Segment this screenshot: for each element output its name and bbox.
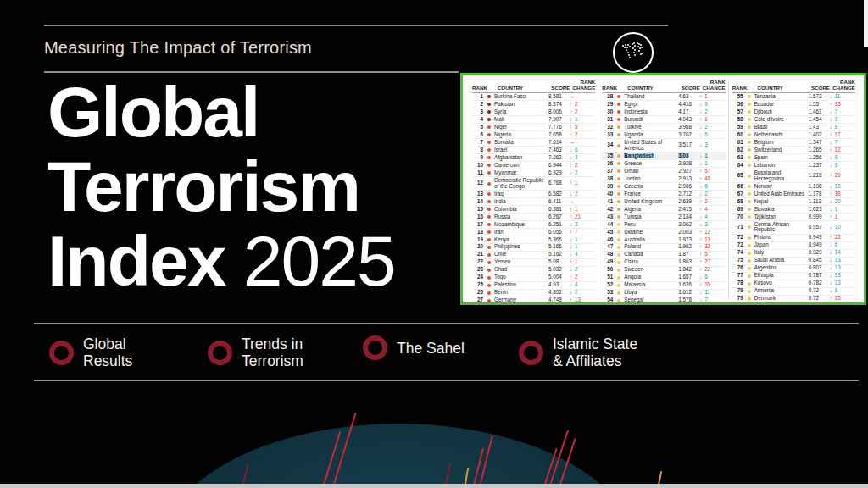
table-row[interactable]: 39Czechia2.906↓6: [602, 182, 725, 190]
table-row[interactable]: 21Chile5.162↓4: [472, 251, 595, 258]
table-row[interactable]: 9Afghanistan7.262↓3: [472, 153, 595, 161]
table-row[interactable]: 50Sweden1.842↑22: [602, 266, 725, 274]
table-row[interactable]: 66Norway1.198↓10: [732, 182, 855, 190]
cell-country: Argentina: [754, 265, 809, 271]
table-row[interactable]: 58Côte d'Ivoire1.454↓9: [732, 115, 855, 123]
cell-rank-change: ↓7: [699, 297, 722, 303]
table-row[interactable]: 46Australia1.973↑13: [602, 236, 725, 243]
table-row[interactable]: 67United Arab Emirates1.178↑18: [732, 190, 855, 197]
cell-rank: 8: [472, 147, 484, 153]
cell-score: 3.03: [678, 153, 699, 159]
cell-rank-change: ↑1: [830, 214, 853, 220]
table-row[interactable]: 52Malaysia1.626↑35: [602, 281, 725, 289]
table-row[interactable]: 63Spain1.256↓8: [732, 153, 855, 161]
table-row[interactable]: 22Yemen5.08↑1: [472, 258, 595, 266]
table-row[interactable]: 36Greece2.928↓1: [602, 159, 725, 167]
table-row[interactable]: 28Thailand4.63↑1: [602, 93, 725, 100]
table-row[interactable]: 53Libya1.612↓11: [602, 289, 725, 297]
table-row[interactable]: 64Lebanon1.237↓6: [732, 161, 855, 169]
table-row[interactable]: 79Armenia0.72↓6: [732, 287, 855, 295]
nav-item-the-sahel[interactable]: The Sahel: [363, 336, 465, 360]
table-row[interactable]: 34United States of America3.517↓3: [602, 138, 725, 152]
table-row[interactable]: 5Niger7.776↑5: [472, 123, 595, 130]
table-row[interactable]: 33Uganda3.702↓6: [602, 130, 725, 138]
table-row[interactable]: 6Nigeria7.658↑2: [472, 130, 595, 138]
table-row[interactable]: 56Ecuador1.55↑33: [732, 100, 855, 108]
cell-country: Finland: [754, 235, 809, 241]
table-row[interactable]: 20Philippines5.166↓1: [472, 243, 595, 251]
impact-level-dot-icon: [484, 164, 494, 167]
table-row[interactable]: 1Burkina Faso8.581↔: [472, 93, 595, 100]
cell-score: 0.787: [809, 273, 830, 279]
globe-logo-icon[interactable]: [611, 30, 655, 75]
table-row[interactable]: 35Bangladesh3.03↓1: [602, 152, 725, 159]
table-row[interactable]: 27Germany4.748↑13: [472, 297, 595, 304]
table-row[interactable]: 62Switzerland1.265↑12: [732, 146, 855, 153]
table-row[interactable]: 7Somalia7.614↔: [472, 138, 595, 146]
table-row[interactable]: 17Mozambique6.251↓2: [472, 220, 595, 228]
table-row[interactable]: 42Algeria2.415↑4: [602, 205, 725, 213]
table-row[interactable]: 25Palestine4.93↓4: [472, 281, 595, 289]
table-row[interactable]: 54Senegal1.578↓7: [602, 297, 725, 304]
table-row[interactable]: 2Pakistan8.374↑2: [472, 100, 595, 108]
table-row[interactable]: 43Tunisia2.184↓4: [602, 213, 725, 220]
table-row[interactable]: 4Mali7.907↓1: [472, 115, 595, 123]
table-row[interactable]: 3Syria8.006↑2: [472, 108, 595, 115]
cell-rank: 9: [472, 155, 484, 161]
table-row[interactable]: 74Italy0.929↓14: [732, 249, 855, 257]
table-row[interactable]: 14India6.411↔: [472, 197, 595, 205]
table-row[interactable]: 40France2.712↓2: [602, 190, 725, 197]
cell-score: 4.043: [678, 117, 699, 123]
table-row[interactable]: 75Saudi Arabia0.845↓13: [732, 257, 855, 264]
table-row[interactable]: 32Turkiye3.968↓2: [602, 123, 725, 130]
table-row[interactable]: 71Central African Republic0.957↓10: [732, 220, 855, 234]
table-row[interactable]: 41United Kingdom2.639↑2: [602, 197, 725, 205]
table-row[interactable]: 48Canada1.87↑5: [602, 251, 725, 258]
table-row[interactable]: 15Colombia6.381↑1: [472, 205, 595, 213]
table-row[interactable]: 12Democratic Republic of the Congo6.768↑…: [472, 176, 595, 190]
table-row[interactable]: 38Jordan2.913↑40: [602, 175, 725, 182]
table-row[interactable]: 13Iraq6.582↓2: [472, 190, 595, 197]
table-row[interactable]: 24Togo5.004↑2: [472, 274, 595, 281]
table-row[interactable]: 61Belgium1.347↓7: [732, 138, 855, 146]
table-row[interactable]: 26Benin4.802↓2: [472, 289, 595, 297]
table-row[interactable]: 18Iran6.056↑7: [472, 228, 595, 236]
cell-rank: 21: [472, 252, 484, 258]
table-row[interactable]: 69Slovakia1.023↓1: [732, 205, 855, 213]
table-row[interactable]: 70Tajikistan0.999↑1: [732, 213, 855, 220]
table-row[interactable]: 31Burundi4.043↑1: [602, 115, 725, 123]
nav-item-global-results[interactable]: GlobalResults: [49, 336, 132, 369]
cell-rank-change: ↓8: [830, 155, 853, 161]
table-row[interactable]: 55Tanzania1.573↓11: [732, 93, 855, 100]
table-row[interactable]: 68Nepal1.113↓20: [732, 197, 855, 205]
table-row[interactable]: 44Peru2.062↓3: [602, 220, 725, 228]
table-row[interactable]: 8Israel7.463↓6: [472, 146, 595, 153]
table-row[interactable]: 37Oman2.927↑57: [602, 167, 725, 175]
table-row[interactable]: 23Chad5.032↓2: [472, 266, 595, 274]
table-row[interactable]: 49China1.863↑27: [602, 258, 725, 266]
table-row[interactable]: 65Bosnia and Herzegovina1.218↑29: [732, 169, 855, 182]
table-row[interactable]: 10Cameroon6.944↑2: [472, 161, 595, 169]
table-row[interactable]: 72Japan0.949↓6: [732, 241, 855, 249]
table-row[interactable]: 29Egypt4.416↓9: [602, 100, 725, 108]
nav-item-trends-in-terrorism[interactable]: Trends inTerrorism: [208, 336, 303, 369]
table-row[interactable]: 45Ukraine2.003↑12: [602, 228, 725, 236]
table-header-row: RANK COUNTRY SCORE RANK CHANGE: [732, 80, 855, 93]
nav-item-islamic-state-affiliates[interactable]: Islamic State& Affiliates: [519, 336, 637, 369]
table-row[interactable]: 19Kenya5.366↓1: [472, 236, 595, 243]
table-row[interactable]: 60Netherlands1.402↑17: [732, 130, 855, 138]
cell-score: 1.578: [678, 297, 699, 303]
table-row[interactable]: 76Argentina0.801↓13: [732, 264, 855, 272]
table-row[interactable]: 30Indonesia4.17↓2: [602, 108, 725, 115]
cell-score: 1.973: [678, 237, 699, 243]
table-row[interactable]: 16Russia6.267↑21: [472, 213, 595, 220]
table-row[interactable]: 57Djibouti1.461↓7: [732, 108, 855, 115]
table-row[interactable]: 59Brazil1.43↓8: [732, 123, 855, 130]
table-row[interactable]: 79Denmark0.72↑15: [732, 295, 855, 302]
table-row[interactable]: 78Kosovo0.782↓13: [732, 280, 855, 287]
table-row[interactable]: 51Angola1.657↓6: [602, 274, 725, 281]
table-row[interactable]: 72Finland0.949↑22: [732, 234, 855, 241]
table-row[interactable]: 77Ethiopia0.787↓13: [732, 272, 855, 280]
table-row[interactable]: 11Myanmar6.929↓2: [472, 169, 595, 176]
table-row[interactable]: 47Poland1.962↑33: [602, 243, 725, 251]
